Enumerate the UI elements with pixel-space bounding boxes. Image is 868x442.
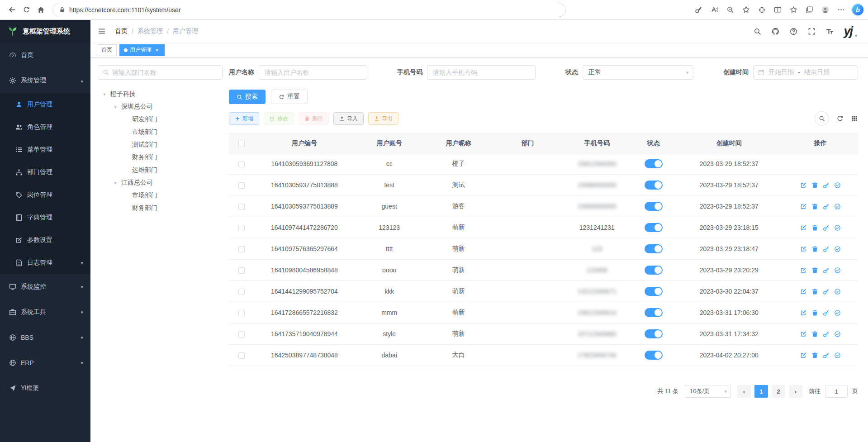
assign-role-icon[interactable] (834, 224, 841, 231)
table-row[interactable]: 1641098004586958848oooo萌新1234562023-03-2… (229, 260, 858, 281)
split-screen-icon[interactable] (770, 3, 785, 17)
status-toggle[interactable] (645, 351, 663, 360)
row-checkbox[interactable] (238, 204, 245, 210)
modify-button[interactable]: 修改 (264, 112, 294, 125)
read-aloud-icon[interactable] (707, 3, 721, 17)
goto-page-input[interactable] (825, 385, 848, 398)
delete-icon[interactable] (811, 224, 818, 231)
breadcrumb-item[interactable]: 首页 (115, 27, 128, 35)
collapse-sidebar-icon[interactable] (90, 20, 113, 43)
page-button[interactable]: 1 (754, 385, 768, 398)
password-key-icon[interactable] (691, 3, 706, 17)
sidebar-item[interactable]: 菜单管理 (0, 138, 90, 161)
tree-node[interactable]: ▾江西总公司 (98, 176, 223, 189)
favorite-star-icon[interactable] (739, 3, 753, 17)
next-page-button[interactable]: › (789, 385, 802, 398)
delete-icon[interactable] (811, 331, 818, 337)
sidebar-item[interactable]: 岗位管理 (0, 184, 90, 206)
assign-role-icon[interactable] (834, 331, 841, 337)
columns-setting-button[interactable] (851, 115, 858, 122)
sidebar-item[interactable]: ERP▾ (0, 350, 90, 375)
reset-password-icon[interactable] (823, 203, 830, 210)
github-icon[interactable] (767, 20, 784, 43)
page-button[interactable]: 2 (772, 385, 785, 398)
fullscreen-icon[interactable] (803, 20, 820, 43)
breadcrumb-item[interactable]: 用户管理 (173, 27, 198, 35)
caret-down-icon[interactable]: ▾ (111, 104, 119, 110)
reset-password-icon[interactable] (823, 288, 830, 295)
search-button[interactable]: 搜索 (229, 90, 266, 104)
favorites-bar-icon[interactable] (786, 3, 801, 17)
table-row[interactable]: 1641030593775013888test测试150860000002023… (229, 175, 858, 196)
help-icon[interactable] (785, 20, 802, 43)
row-checkbox[interactable] (238, 310, 245, 316)
tab[interactable]: 首页 (97, 44, 117, 56)
extensions-icon[interactable] (754, 3, 769, 17)
search-icon[interactable] (749, 20, 766, 43)
sidebar-item[interactable]: BBS▾ (0, 325, 90, 350)
table-row[interactable]: 1641097576365297664tttt萌新1232023-03-29 2… (229, 238, 858, 260)
row-checkbox[interactable] (238, 161, 245, 167)
delete-icon[interactable] (811, 246, 818, 252)
status-toggle[interactable] (645, 244, 663, 253)
tree-node[interactable]: ▾测试部门 (98, 138, 223, 151)
address-bar[interactable]: https://ccnetcore.com:1101/system/user (52, 3, 566, 17)
caret-down-icon[interactable]: ▾ (111, 180, 119, 186)
tree-node[interactable]: ▾市场部门 (98, 126, 223, 138)
edit-icon[interactable] (800, 309, 807, 316)
prev-page-button[interactable]: ‹ (737, 385, 751, 398)
dept-search-input[interactable] (112, 69, 218, 76)
table-row[interactable]: 1641728665572216832mmm萌新158123456142023-… (229, 302, 858, 323)
row-checkbox[interactable] (238, 246, 245, 252)
status-toggle[interactable] (645, 181, 663, 190)
reload-icon[interactable] (19, 3, 33, 17)
app-logo[interactable]: 意框架管理系统 (0, 20, 90, 43)
status-toggle[interactable] (645, 308, 663, 317)
reset-button[interactable]: 重置 (271, 90, 308, 104)
reset-password-icon[interactable] (823, 182, 830, 189)
more-options-icon[interactable] (834, 3, 848, 17)
table-row[interactable]: 1641030593775013889guest游客15900000000202… (229, 196, 858, 217)
sidebar-item[interactable]: 系统管理▴ (0, 68, 90, 93)
zoom-icon[interactable] (723, 3, 737, 17)
sidebar-item[interactable]: 系统工具▾ (0, 299, 90, 325)
user-logo[interactable]: yj (844, 25, 852, 38)
reset-password-icon[interactable] (823, 309, 830, 316)
tree-node[interactable]: ▾财务部门 (98, 202, 223, 214)
delete-icon[interactable] (811, 182, 818, 189)
row-checkbox[interactable] (238, 225, 245, 231)
status-select[interactable]: 正常 ▾ (583, 65, 693, 80)
table-row[interactable]: 1641030593691127808cc橙子158123400002023-0… (229, 153, 858, 175)
sidebar-item[interactable]: 字典管理 (0, 206, 90, 229)
bing-icon[interactable]: b (852, 4, 863, 15)
status-toggle[interactable] (645, 202, 663, 211)
delete-icon[interactable] (811, 309, 818, 316)
edit-icon[interactable] (800, 267, 807, 274)
import-button[interactable]: 导入 (333, 112, 364, 125)
delete-icon[interactable] (811, 288, 818, 295)
date-range-picker[interactable]: 开始日期 - 结束日期 (753, 65, 858, 80)
table-row[interactable]: 1642503897748738048dabai大白17823456744202… (229, 345, 858, 366)
status-toggle[interactable] (645, 223, 663, 232)
close-tab-icon[interactable]: × (154, 47, 160, 53)
sidebar-item[interactable]: 用户管理 (0, 93, 90, 116)
phone-input[interactable] (427, 65, 536, 80)
refresh-table-button[interactable] (836, 115, 844, 122)
delete-icon[interactable] (811, 203, 818, 210)
username-input[interactable] (259, 65, 367, 80)
table-row[interactable]: 1641097441472286720123123萌新1231241231202… (229, 217, 858, 238)
back-icon[interactable] (5, 3, 19, 17)
collections-icon[interactable] (802, 3, 816, 17)
row-checkbox[interactable] (238, 289, 245, 295)
breadcrumb-item[interactable]: 系统管理 (138, 27, 163, 35)
assign-role-icon[interactable] (834, 288, 841, 295)
assign-role-icon[interactable] (834, 267, 841, 274)
assign-role-icon[interactable] (834, 203, 841, 210)
edit-icon[interactable] (800, 352, 807, 359)
status-toggle[interactable] (645, 266, 663, 275)
delete-icon[interactable] (811, 267, 818, 274)
edit-icon[interactable] (800, 203, 807, 210)
edit-icon[interactable] (800, 331, 807, 337)
sidebar-item[interactable]: 系统监控▾ (0, 274, 90, 299)
sidebar-item[interactable]: Yi框架 (0, 375, 90, 401)
